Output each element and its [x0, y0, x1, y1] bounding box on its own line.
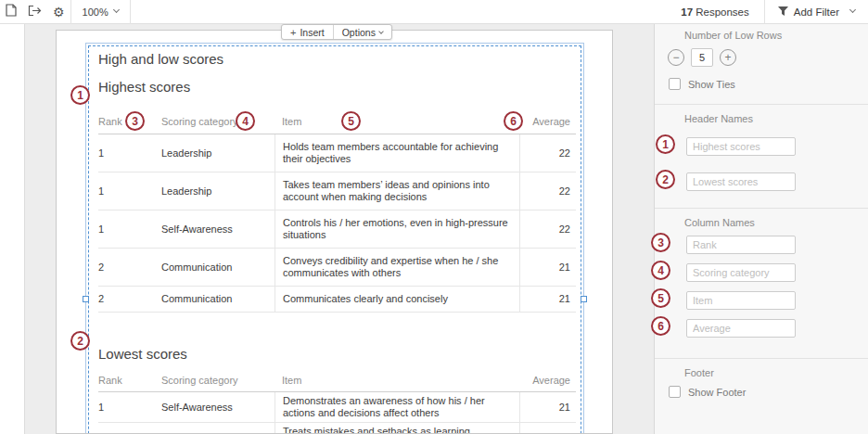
export-button[interactable]: [22, 0, 47, 24]
annotation-badge-3: 3: [651, 233, 670, 252]
cell-average: 21: [520, 293, 576, 305]
cell-item: Treats mistakes and setbacks as learning: [274, 423, 520, 434]
header-name-1-input[interactable]: [686, 137, 796, 156]
column-name-item-input[interactable]: [686, 291, 796, 310]
table-row: Treats mistakes and setbacks as learning: [98, 423, 576, 434]
sidebar-divider: [655, 104, 868, 105]
responses-count: 17 Responses: [666, 6, 764, 18]
sidebar-divider: [655, 358, 868, 359]
options-label: Options: [342, 27, 376, 38]
table-row: 1 Leadership Holds team members accounta…: [98, 134, 576, 172]
cell-rank: 2: [98, 262, 161, 274]
annotation-badge-6: 6: [504, 111, 523, 131]
column-name-category-input[interactable]: [686, 263, 796, 282]
annotation-badge-5: 5: [341, 111, 361, 131]
column-header-item: Item: [274, 116, 520, 128]
column-name-rank-input[interactable]: [686, 236, 796, 254]
show-ties-row: Show Ties: [669, 78, 735, 90]
cell-item: Communicates clearly and concisely: [274, 287, 520, 312]
increment-button[interactable]: +: [720, 49, 736, 66]
cell-item: Controls his / her emotions, even in hig…: [274, 211, 520, 248]
column-name-average-input[interactable]: [686, 319, 796, 338]
cell-category: Communication: [161, 262, 274, 274]
annotation-badge-3: 3: [125, 111, 145, 131]
number-of-low-rows-label: Number of Low Rows: [684, 30, 782, 41]
column-header-rank: Rank: [98, 375, 161, 387]
cell-rank: 2: [98, 293, 161, 305]
column-header-average: Average: [520, 116, 576, 128]
report-page[interactable]: High and low scores Highest scores Rank …: [56, 30, 613, 434]
lowest-scores-table[interactable]: Rank Scoring category Item Average 1 Sel…: [98, 370, 576, 434]
gear-icon: ⚙: [53, 6, 65, 19]
insert-button[interactable]: + Insert: [282, 25, 333, 39]
cell-average: 21: [520, 402, 576, 414]
cell-rank: 1: [98, 185, 161, 198]
zoom-select[interactable]: 100%: [71, 0, 130, 24]
table-row: 2 Communication Communicates clearly and…: [98, 287, 576, 313]
show-ties-label: Show Ties: [688, 79, 735, 90]
options-button[interactable]: Options: [334, 25, 391, 39]
column-header-category: Scoring category: [161, 116, 274, 128]
cell-rank: 1: [98, 147, 161, 160]
pdf-document-icon: [6, 4, 17, 19]
low-rows-value[interactable]: 5: [691, 48, 713, 67]
annotation-badge-6: 6: [651, 316, 670, 336]
table-row: 1 Self-Awareness Demonstrates an awarene…: [98, 392, 576, 423]
cell-category: Communication: [161, 293, 274, 305]
low-rows-stepper: − 5 +: [668, 48, 736, 67]
show-footer-row: Show Footer: [669, 386, 746, 398]
lowest-scores-heading: Lowest scores: [98, 346, 187, 362]
insert-options-toolbar: + Insert Options: [281, 24, 392, 40]
responses-number: 17: [681, 6, 693, 18]
insert-label: Insert: [300, 27, 324, 38]
cell-category: Leadership: [161, 147, 274, 160]
cell-item: Demonstrates an awareness of how his / h…: [274, 392, 520, 422]
cell-category: Self-Awareness: [161, 223, 274, 236]
zoom-value: 100%: [83, 6, 108, 18]
settings-button[interactable]: ⚙: [47, 0, 70, 24]
cell-average: 22: [520, 147, 576, 160]
annotation-badge-5: 5: [651, 288, 670, 308]
cell-rank: 1: [98, 402, 161, 414]
pdf-export-button[interactable]: [0, 0, 22, 24]
report-canvas: + Insert Options High and low scores Hig…: [0, 24, 654, 434]
left-rail: [0, 24, 25, 434]
column-names-label: Column Names: [684, 217, 755, 228]
sidebar-divider: [655, 208, 868, 209]
chevron-down-icon: [113, 6, 120, 13]
cell-average: 21: [520, 262, 576, 274]
resize-handle-left[interactable]: [83, 296, 89, 302]
annotation-badge-1: 1: [656, 134, 675, 154]
show-ties-checkbox[interactable]: [669, 78, 681, 90]
highest-scores-table[interactable]: Rank Scoring category Item Average 1 Lea…: [98, 110, 576, 313]
show-footer-label: Show Footer: [688, 387, 746, 398]
highest-scores-heading: Highest scores: [98, 79, 190, 95]
decrement-button[interactable]: −: [668, 49, 684, 66]
report-editor-app: ⚙ 100% 17 Responses Add Filter: [0, 0, 868, 434]
settings-sidebar: Number of Low Rows − 5 + Show Ties Heade…: [654, 24, 868, 434]
column-header-item: Item: [274, 375, 520, 387]
chevron-down-icon: [378, 29, 384, 34]
add-filter-button[interactable]: Add Filter: [765, 0, 868, 24]
add-filter-label: Add Filter: [794, 6, 839, 18]
cell-category: Self-Awareness: [161, 402, 274, 414]
annotation-badge-2: 2: [656, 170, 675, 189]
cell-item: Conveys credibility and expertise when h…: [274, 249, 520, 286]
cell-average: 22: [520, 223, 576, 236]
cell-average: 22: [520, 185, 576, 198]
show-footer-checkbox[interactable]: [669, 386, 681, 398]
header-name-2-input[interactable]: [686, 172, 796, 191]
toolbar-separator: [130, 0, 131, 24]
cell-category: Leadership: [161, 185, 274, 198]
chevron-down-icon: [849, 6, 856, 13]
table-header-row: Rank Scoring category Item Average: [98, 370, 576, 392]
annotation-badge-1: 1: [70, 85, 90, 105]
header-names-label: Header Names: [684, 113, 753, 124]
cell-rank: 1: [98, 223, 161, 236]
report-title: High and low scores: [98, 51, 223, 67]
top-toolbar: ⚙ 100% 17 Responses Add Filter: [0, 0, 868, 24]
resize-handle-right[interactable]: [581, 296, 587, 302]
column-header-category: Scoring category: [161, 375, 274, 387]
cell-item: Takes team members’ ideas and opinions i…: [274, 172, 520, 210]
plus-icon: +: [290, 27, 296, 38]
